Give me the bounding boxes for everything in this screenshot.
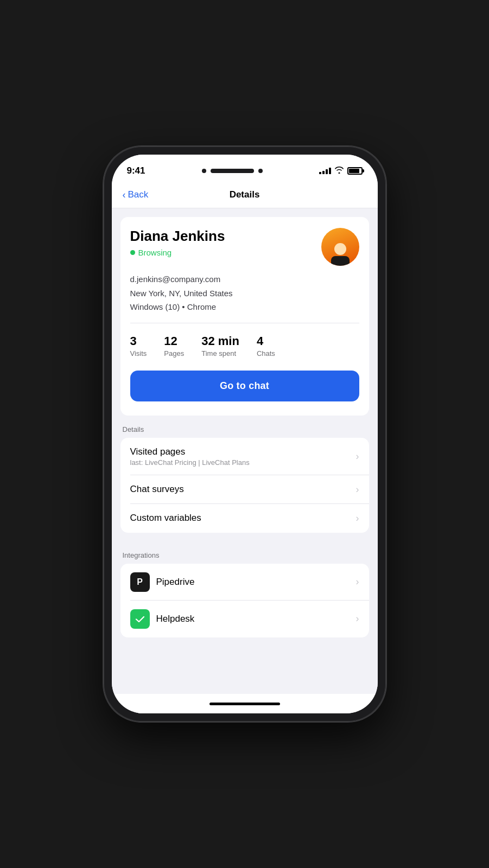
integrations-spacer	[112, 533, 378, 541]
battery-fill	[349, 169, 360, 173]
details-list: Visited pages last: LiveChat Pricing | L…	[120, 438, 369, 533]
notch-pill	[211, 169, 254, 173]
custom-variables-item[interactable]: Custom variables ›	[120, 504, 369, 533]
phone-screen: 9:41	[112, 155, 378, 713]
pipedrive-icon: P	[130, 572, 150, 592]
stat-visits: 3 Visits	[130, 334, 147, 358]
helpdesk-left: Helpdesk	[130, 609, 195, 629]
wifi-icon	[334, 167, 344, 175]
stat-pages-label: Pages	[164, 349, 184, 358]
chat-surveys-item[interactable]: Chat surveys ›	[120, 475, 369, 504]
profile-system: Windows (10) • Chrome	[130, 300, 359, 314]
visited-pages-title: Visited pages	[130, 446, 250, 457]
profile-info: d.jenkins@company.com New York, NY, Unit…	[130, 272, 359, 314]
stat-pages-value: 12	[164, 334, 184, 348]
pipedrive-item[interactable]: P Pipedrive ›	[120, 564, 369, 601]
chat-surveys-title: Chat surveys	[130, 484, 184, 495]
stat-pages: 12 Pages	[164, 334, 184, 358]
integrations-list: P Pipedrive › Helpdesk	[120, 564, 369, 637]
back-chevron-icon: ‹	[123, 189, 126, 201]
helpdesk-icon	[130, 609, 150, 629]
helpdesk-item[interactable]: Helpdesk ›	[120, 601, 369, 637]
profile-header: Diana Jenkins Browsing	[130, 228, 359, 266]
profile-location: New York, NY, United States	[130, 286, 359, 301]
profile-name-area: Diana Jenkins Browsing	[130, 228, 321, 257]
home-bar	[209, 703, 280, 705]
status-time: 9:41	[127, 165, 145, 176]
profile-name: Diana Jenkins	[130, 228, 321, 245]
stat-visits-value: 3	[130, 334, 147, 348]
visited-pages-subtitle: last: LiveChat Pricing | LiveChat Plans	[130, 458, 250, 467]
status-icons	[319, 167, 363, 175]
profile-status: Browsing	[130, 248, 321, 257]
custom-variables-title: Custom variables	[130, 513, 201, 524]
home-indicator	[112, 694, 378, 713]
avatar-person	[331, 243, 350, 266]
stats-row: 3 Visits 12 Pages 32 min Time spent 4 Ch…	[130, 332, 359, 362]
profile-email: d.jenkins@company.com	[130, 272, 359, 286]
phone-frame: 9:41	[104, 146, 386, 722]
notch	[202, 169, 263, 173]
visited-pages-item[interactable]: Visited pages last: LiveChat Pricing | L…	[120, 438, 369, 475]
page-title: Details	[230, 189, 260, 200]
screen-content: Diana Jenkins Browsing d.je	[112, 208, 378, 694]
status-label: Browsing	[138, 248, 172, 257]
pipedrive-left: P Pipedrive	[130, 572, 195, 592]
profile-card: Diana Jenkins Browsing d.je	[120, 217, 369, 416]
stats-divider	[130, 323, 359, 323]
integrations-section-label: Integrations	[112, 541, 378, 564]
visited-pages-text: Visited pages last: LiveChat Pricing | L…	[130, 446, 250, 467]
helpdesk-chevron-icon: ›	[356, 613, 359, 624]
custom-variables-chevron-icon: ›	[356, 513, 359, 524]
stat-time-value: 32 min	[201, 334, 239, 348]
stat-chats-label: Chats	[257, 349, 275, 358]
status-bar: 9:41	[112, 155, 378, 182]
navigation-bar: ‹ Back Details	[112, 182, 378, 208]
chat-surveys-chevron-icon: ›	[356, 484, 359, 495]
status-dot-icon	[130, 250, 135, 255]
stat-time: 32 min Time spent	[201, 334, 239, 358]
notch-dot-right	[258, 169, 263, 173]
back-button[interactable]: ‹ Back	[123, 189, 149, 201]
signal-icon	[319, 168, 331, 174]
avatar	[321, 228, 359, 266]
battery-icon	[347, 167, 363, 175]
stat-time-label: Time spent	[201, 349, 239, 358]
stat-chats: 4 Chats	[257, 334, 275, 358]
notch-dot-left	[202, 169, 206, 173]
details-section-label: Details	[112, 416, 378, 438]
back-label: Back	[128, 189, 149, 200]
pipedrive-title: Pipedrive	[156, 577, 195, 588]
stat-visits-label: Visits	[130, 349, 147, 358]
chat-surveys-text: Chat surveys	[130, 484, 184, 495]
stat-chats-value: 4	[257, 334, 275, 348]
visited-pages-chevron-icon: ›	[356, 451, 359, 462]
custom-variables-text: Custom variables	[130, 513, 201, 524]
pipedrive-chevron-icon: ›	[356, 576, 359, 588]
bottom-spacer	[112, 637, 378, 648]
go-to-chat-button[interactable]: Go to chat	[130, 371, 359, 401]
helpdesk-title: Helpdesk	[156, 614, 195, 624]
